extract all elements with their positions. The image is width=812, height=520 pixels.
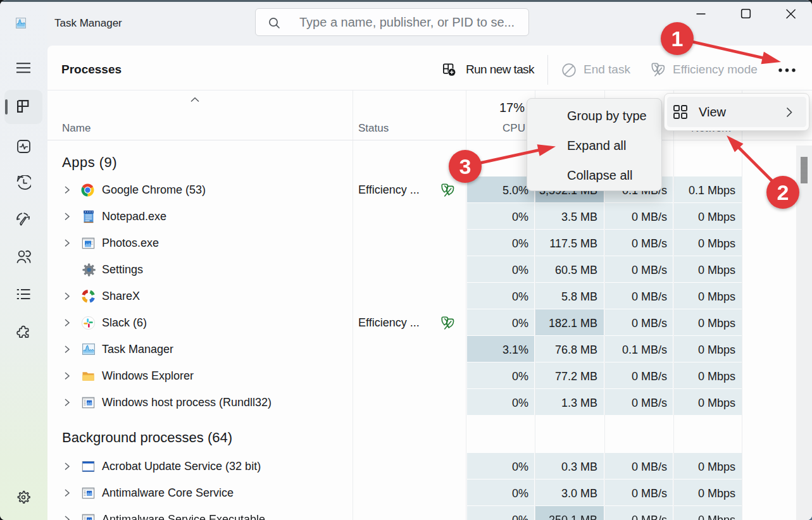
svg-text:3: 3 xyxy=(459,154,472,178)
svg-text:1: 1 xyxy=(671,27,684,51)
svg-text:2: 2 xyxy=(777,180,789,204)
